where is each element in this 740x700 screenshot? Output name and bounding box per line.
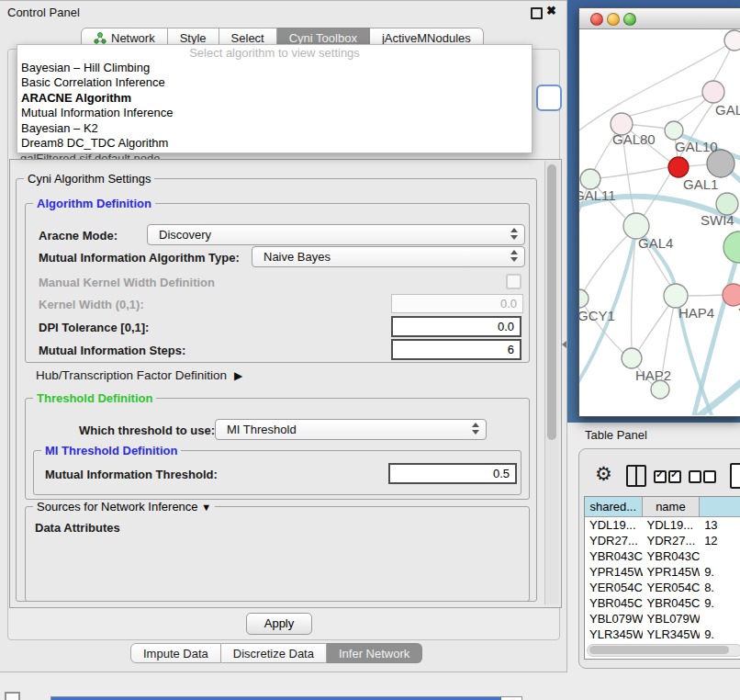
- column-header-extra[interactable]: [700, 497, 740, 517]
- mi-type-combobox[interactable]: Naive Bayes: [252, 246, 525, 267]
- algo-item-bayesian-k2[interactable]: Bayesian – K2: [17, 121, 532, 136]
- table-cell: YBL079W: [585, 611, 643, 627]
- mi-threshold-field[interactable]: 0.5: [388, 463, 517, 484]
- table-row[interactable]: YDR27...YDR27...12: [585, 533, 740, 548]
- tab-label: jActiveMNodules: [382, 31, 471, 45]
- sources-title: Sources for Network Inference: [37, 500, 198, 514]
- table-header-row: shared...name: [585, 497, 740, 517]
- node-label: GAL4: [638, 235, 673, 251]
- tab-discretize-data[interactable]: Discretize Data: [221, 643, 327, 663]
- unchecked-checkbox-icon[interactable]: [703, 470, 716, 483]
- float-window-icon[interactable]: [531, 7, 543, 19]
- unchecked-checkbox-icon[interactable]: [689, 470, 701, 483]
- table-cell: YER054C: [643, 580, 701, 595]
- column-header-shared[interactable]: shared...: [585, 497, 643, 517]
- network-window-titlebar[interactable]: [579, 8, 740, 29]
- network-node[interactable]: [724, 30, 740, 51]
- table-cell: [700, 611, 740, 627]
- table-cell: 12: [700, 533, 740, 548]
- table-panel-title: Table Panel: [585, 428, 647, 442]
- apply-button[interactable]: Apply: [246, 613, 312, 635]
- tab-label: Infer Network: [339, 647, 409, 660]
- mi-threshold-label: Mutual Information Threshold:: [45, 468, 218, 481]
- table-row[interactable]: YBR045CYBR045C9.: [585, 595, 740, 611]
- network-node[interactable]: [665, 121, 683, 140]
- algo-item-dream8-dc-tdc-algorithm[interactable]: Dream8 DC_TDC Algorithm: [17, 136, 532, 151]
- mi-threshold-legend: MI Threshold Definition: [41, 444, 181, 457]
- mi-type-value: Naive Bayes: [263, 250, 331, 264]
- panel-divider-handle[interactable]: [562, 341, 566, 348]
- minimize-traffic-light[interactable]: [607, 13, 620, 26]
- network-node[interactable]: [651, 380, 669, 399]
- sources-group: Sources for Network Inference ▼ Data Att…: [25, 506, 530, 602]
- table-row[interactable]: YER054CYER054C8.: [585, 580, 740, 595]
- algo-item-bayesian-hill-climbing[interactable]: Bayesian – Hill Climbing: [17, 61, 532, 75]
- tab-infer-network[interactable]: Infer Network: [327, 643, 422, 663]
- minimized-panel-icon[interactable]: [5, 692, 20, 700]
- sources-legend[interactable]: Sources for Network Inference ▼: [33, 500, 215, 514]
- table-row[interactable]: YLR345WYLR345W9.: [585, 627, 740, 642]
- checked-checkbox-icon[interactable]: ✓: [668, 470, 681, 483]
- combo-arrows-icon: [510, 228, 518, 240]
- algo-item-mutual-information-inference[interactable]: Mutual Information Inference: [17, 106, 532, 120]
- tab-impute-data[interactable]: Impute Data: [130, 643, 221, 663]
- dpi-tolerance-field[interactable]: 0.0: [391, 316, 521, 337]
- column-header-name[interactable]: name: [643, 497, 701, 517]
- algo-item-aracne-algorithm[interactable]: ARACNE Algorithm: [17, 91, 532, 106]
- kernel-width-label: Kernel Width (0,1):: [39, 298, 144, 311]
- table-cell: YBR043C: [585, 548, 643, 564]
- checked-checkbox-icon[interactable]: ✓: [654, 470, 667, 483]
- table-row[interactable]: YPR145WYPR145W9.: [585, 564, 740, 580]
- close-icon[interactable]: ✖: [546, 4, 556, 17]
- threshold-definition-legend: Threshold Definition: [33, 391, 156, 405]
- expanded-arrow-icon: ▼: [201, 502, 211, 513]
- occluded-combobox-fragment: [536, 85, 562, 111]
- mi-steps-field[interactable]: 6: [391, 339, 521, 360]
- network-canvas[interactable]: GALGAL80GAL10GAL1GAL11SWI4GAL4GCY1HAP4YH…: [579, 29, 740, 415]
- network-node[interactable]: [579, 289, 589, 308]
- cyni-bottom-tabbar: Impute DataDiscretize DataInfer Network: [130, 643, 422, 663]
- network-node[interactable]: [580, 169, 600, 189]
- node-label: GAL80: [612, 131, 656, 147]
- table-hscroll-thumb[interactable]: [589, 646, 729, 654]
- hub-factor-expander[interactable]: Hub/Transcription Factor Definition▶: [36, 368, 242, 382]
- close-traffic-light[interactable]: [590, 13, 603, 26]
- node-label: GAL10: [675, 139, 718, 154]
- table-cell: YBR045C: [643, 595, 701, 611]
- network-node[interactable]: [702, 81, 724, 103]
- settings-vertical-scrollbar[interactable]: [544, 161, 559, 604]
- table-row[interactable]: YBR043CYBR043C: [585, 548, 740, 564]
- zoom-traffic-light[interactable]: [623, 13, 636, 26]
- which-threshold-combobox[interactable]: MI Threshold: [215, 419, 487, 440]
- table-cell: YER054C: [585, 580, 643, 595]
- manual-kernel-label: Manual Kernel Width Definition: [39, 276, 215, 289]
- gear-icon[interactable]: ⚙: [595, 463, 612, 485]
- collapsed-arrow-icon: ▶: [234, 369, 242, 382]
- table-row[interactable]: YDL19...YDL19...13: [585, 517, 740, 533]
- combo-arrows-icon: [510, 250, 518, 262]
- node-label: GAL: [715, 102, 740, 118]
- network-node[interactable]: [668, 157, 689, 177]
- node-label: SWI4: [701, 212, 734, 228]
- document-icon[interactable]: [730, 463, 740, 489]
- settings-scroll-thumb[interactable]: [547, 164, 556, 440]
- split-columns-icon[interactable]: [626, 465, 646, 487]
- network-node[interactable]: [723, 231, 740, 263]
- table-cell: 9.: [700, 627, 740, 642]
- kernel-width-field: 0.0: [391, 294, 523, 313]
- dpi-tolerance-label: DPI Tolerance [0,1]:: [39, 321, 149, 334]
- node-label: HAP2: [635, 367, 671, 383]
- node-label: GAL11: [579, 187, 616, 203]
- table-horizontal-scrollbar[interactable]: [587, 644, 740, 657]
- network-node[interactable]: [723, 284, 740, 306]
- network-node[interactable]: [622, 348, 642, 368]
- aracne-mode-label: Aracne Mode:: [39, 229, 118, 243]
- table-body: YDL19...YDL19...13YDR27...YDR27...12YBR0…: [585, 517, 740, 658]
- table-cell: 9.: [700, 564, 740, 580]
- table-row[interactable]: YBL079WYBL079W: [585, 611, 740, 627]
- aracne-mode-combobox[interactable]: Discovery: [147, 224, 525, 245]
- table-cell: 8.: [700, 580, 740, 595]
- algo-item-basic-correlation-inference[interactable]: Basic Correlation Inference: [17, 75, 532, 90]
- table-cell: 9.: [700, 595, 740, 611]
- table-cell: YBL079W: [643, 611, 701, 627]
